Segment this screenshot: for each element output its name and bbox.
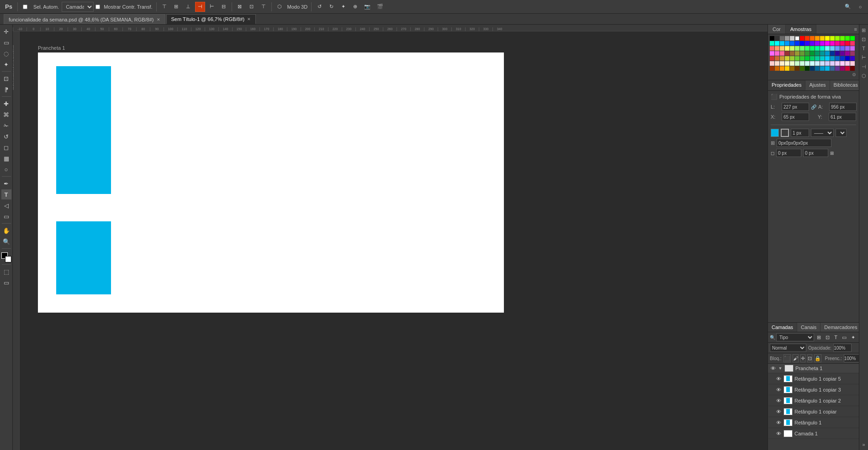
swatch[interactable] (790, 61, 794, 66)
extras-btn[interactable]: ⊕ (350, 2, 360, 12)
swatch[interactable] (825, 51, 830, 56)
tool-eraser[interactable]: ◻ (1, 142, 11, 152)
strip-icon-5[interactable]: ⊣ (860, 63, 868, 70)
swatch[interactable] (840, 61, 845, 66)
layer-filter-adj-btn[interactable]: ⊡ (824, 333, 831, 341)
swatch[interactable] (770, 41, 774, 46)
layer-filter-shape-btn[interactable]: ▭ (840, 333, 848, 341)
swatch[interactable] (850, 56, 855, 61)
swatch[interactable] (785, 46, 789, 51)
tool-shape[interactable]: ▭ (1, 211, 11, 221)
swatch[interactable] (800, 51, 804, 56)
align-top-btn[interactable]: ⊤ (159, 2, 169, 12)
tool-history-brush[interactable]: ↺ (1, 131, 11, 141)
swatch[interactable] (840, 41, 845, 46)
swatch[interactable] (830, 46, 835, 51)
swatch[interactable] (835, 41, 840, 46)
swatch[interactable] (800, 61, 804, 66)
lock-transparency-btn[interactable]: ⬛ (783, 354, 791, 362)
swatch[interactable] (815, 66, 820, 71)
swatch[interactable] (850, 66, 855, 71)
swatch[interactable] (845, 36, 850, 41)
tab-cor[interactable]: Cor (768, 25, 786, 34)
swatch[interactable] (815, 36, 820, 41)
stroke-color-well[interactable] (781, 129, 789, 137)
tool-dodge[interactable]: ○ (1, 164, 11, 174)
align-right-btn[interactable]: ⊟ (219, 2, 229, 12)
swatch[interactable] (820, 51, 825, 56)
swatch[interactable] (770, 56, 774, 61)
swatch[interactable] (810, 66, 815, 71)
swatch[interactable] (810, 61, 815, 66)
tool-brush[interactable]: ⌘ (1, 110, 11, 120)
lock-artboard-btn[interactable]: ⊡ (807, 354, 812, 362)
swatch[interactable] (805, 56, 810, 61)
canvas-inner[interactable]: Prancheta 1 (20, 31, 568, 450)
swatch[interactable] (800, 46, 804, 51)
swatch[interactable] (775, 36, 779, 41)
swatch[interactable] (810, 46, 815, 51)
swatch[interactable] (825, 46, 830, 51)
tool-clone[interactable]: ✁ (1, 120, 11, 131)
swatch[interactable] (795, 36, 799, 41)
bg-color[interactable] (5, 256, 11, 262)
camera-btn[interactable]: 📷 (362, 2, 373, 12)
mostrar-checkbox[interactable] (95, 5, 100, 9)
swatch[interactable] (845, 46, 850, 51)
layer-expand-prancheta1[interactable]: ▼ (778, 366, 783, 371)
swatch[interactable] (800, 56, 804, 61)
rotate2-btn[interactable]: ↻ (326, 2, 336, 12)
swatch[interactable] (795, 51, 799, 56)
layer-visibility-ret1c2[interactable]: 👁 (775, 398, 782, 403)
swatch[interactable] (795, 41, 799, 46)
swatch[interactable] (845, 61, 850, 66)
tab-semtitulo-close[interactable]: ✕ (247, 17, 251, 21)
swatch[interactable] (840, 51, 845, 56)
swatch[interactable] (835, 36, 840, 41)
swatch[interactable] (850, 36, 855, 41)
swatch[interactable] (800, 36, 804, 41)
layer-filter-kind-btn[interactable]: ⊞ (815, 333, 823, 341)
swatch[interactable] (845, 56, 850, 61)
layer-visibility-camada1[interactable]: 👁 (775, 431, 782, 436)
shape-rect2[interactable] (56, 221, 111, 294)
swatch[interactable] (815, 51, 820, 56)
tab-bibliotecas[interactable]: Bibliotecas (830, 80, 859, 90)
align-hcenter-btn[interactable]: ⊢ (207, 2, 217, 12)
stroke-size-input[interactable] (791, 129, 809, 137)
tool-pen[interactable]: ✒ (1, 178, 11, 188)
canvas-scroll[interactable]: 0 2 4 6 8 10 12 14 16 18 20 22 24 26 28 (13, 31, 767, 450)
swatch[interactable] (770, 51, 774, 56)
swatch[interactable] (790, 56, 794, 61)
strip-icon-2[interactable]: ⊡ (860, 36, 868, 43)
swatch[interactable] (840, 36, 845, 41)
tool-move[interactable]: ✛ (1, 26, 11, 37)
lock-pixels-btn[interactable]: 🖌 (793, 354, 799, 362)
swatch[interactable] (830, 51, 835, 56)
swatch[interactable] (795, 46, 799, 51)
swatch[interactable] (810, 36, 815, 41)
photoshop-logo-btn[interactable]: Ps (3, 2, 15, 12)
swatch[interactable] (810, 51, 815, 56)
swatch[interactable] (805, 51, 810, 56)
tool-path-select[interactable]: ◁ (1, 200, 11, 210)
swatch[interactable] (770, 46, 774, 51)
swatch[interactable] (775, 41, 779, 46)
swatch[interactable] (850, 41, 855, 46)
swatch[interactable] (790, 36, 794, 41)
swatch[interactable] (805, 61, 810, 66)
3d-mode-btn[interactable]: ⬡ (275, 2, 285, 12)
lock-position-btn[interactable]: ✛ (800, 354, 805, 362)
swatch[interactable] (845, 41, 850, 46)
swatch[interactable] (830, 61, 835, 66)
align-bottom-btn[interactable]: ⊥ (183, 2, 193, 12)
swatch[interactable] (785, 51, 789, 56)
stroke-type-select[interactable]: —— - - ··· (811, 129, 834, 137)
link-la-icon[interactable]: 🔗 (811, 105, 816, 110)
swatch[interactable] (815, 61, 820, 66)
strip-icon-1[interactable]: ⊞ (860, 26, 868, 34)
swatch[interactable] (815, 56, 820, 61)
layer-visibility-ret1c5[interactable]: 👁 (775, 376, 782, 382)
lock-all-btn[interactable]: 🔒 (814, 354, 821, 362)
distribute-h-btn[interactable]: ⊠ (235, 2, 245, 12)
